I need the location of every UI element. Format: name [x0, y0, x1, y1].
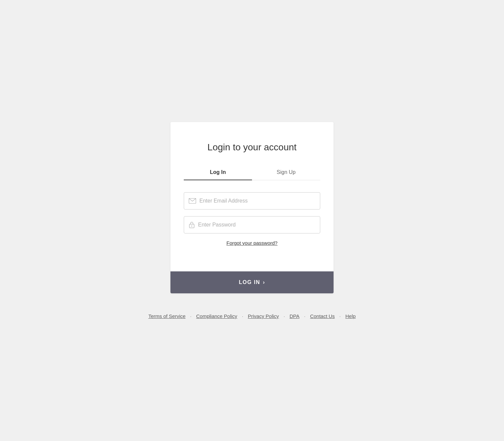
- footer-links: Terms of Service · Compliance Policy · P…: [144, 313, 361, 319]
- email-input[interactable]: [199, 193, 315, 209]
- footer-link-terms[interactable]: Terms of Service: [144, 313, 190, 319]
- password-input[interactable]: [198, 217, 315, 233]
- footer-link-contact[interactable]: Contact Us: [305, 313, 339, 319]
- email-input-wrapper: [184, 192, 320, 210]
- login-card: Login to your account Log In Sign Up: [170, 122, 334, 293]
- password-input-group: [184, 216, 320, 233]
- page-wrapper: Login to your account Log In Sign Up: [144, 122, 361, 319]
- forgot-password-container: Forgot your password?: [184, 240, 320, 246]
- card-title: Login to your account: [184, 142, 320, 153]
- footer-link-dpa[interactable]: DPA: [285, 313, 304, 319]
- password-input-wrapper: [184, 216, 320, 233]
- tab-login[interactable]: Log In: [184, 165, 252, 180]
- email-icon: [189, 198, 196, 204]
- footer-link-privacy[interactable]: Privacy Policy: [243, 313, 284, 319]
- tab-signup[interactable]: Sign Up: [252, 165, 320, 180]
- footer-link-compliance[interactable]: Compliance Policy: [191, 313, 242, 319]
- card-top: Login to your account Log In Sign Up: [170, 122, 334, 180]
- email-input-group: [184, 192, 320, 210]
- tabs: Log In Sign Up: [184, 165, 320, 180]
- login-button[interactable]: LOG IN ›: [170, 271, 334, 293]
- lock-icon: [189, 221, 195, 228]
- footer-link-help[interactable]: Help: [341, 313, 360, 319]
- svg-point-2: [191, 225, 192, 226]
- login-button-label: LOG IN: [239, 279, 260, 285]
- chevron-right-icon: ›: [263, 279, 265, 285]
- forgot-password-link[interactable]: Forgot your password?: [226, 240, 277, 246]
- card-body: Forgot your password?: [170, 180, 334, 271]
